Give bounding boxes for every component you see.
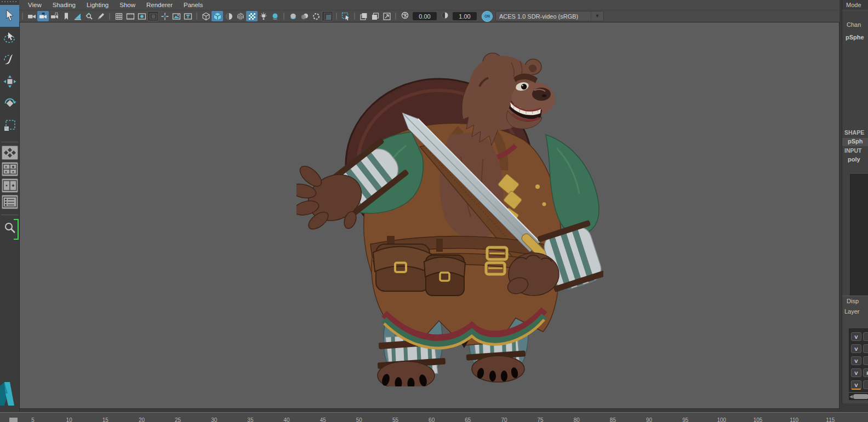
textured-button[interactable] [246, 11, 258, 21]
workspace-selector[interactable]: Mode [842, 0, 868, 10]
layer-visibility-toggle[interactable]: V [851, 368, 861, 377]
grease-pencil-button[interactable] [95, 11, 106, 21]
scale-tool-icon [3, 118, 17, 132]
channels-menu[interactable]: Chan [847, 21, 861, 28]
colorspace-label: ACES 1.0 SDR-video (sRGB) [496, 13, 591, 20]
inputs-heading: INPUT [844, 147, 862, 154]
layer-visibility-toggle[interactable]: V [851, 332, 861, 341]
smooth-shade-button[interactable] [212, 11, 223, 21]
layer-swatch[interactable] [863, 380, 868, 389]
layer-swatch[interactable] [863, 344, 868, 353]
layers-menu[interactable]: Layer [844, 308, 860, 315]
fit-view-button[interactable] [381, 11, 392, 21]
lasso-tool-icon [3, 31, 17, 45]
bookmark-button[interactable] [60, 11, 72, 21]
timeline-tick-label: 45 [320, 417, 326, 422]
menu-item-renderer[interactable]: Renderer [141, 0, 178, 10]
lasso-tool-button[interactable] [0, 27, 19, 49]
four-pane-layout-button[interactable] [2, 162, 18, 176]
input-item[interactable]: poly [848, 156, 860, 163]
two-pane-layout-icon [2, 180, 18, 192]
paint-selection-tool-button[interactable] [0, 49, 19, 71]
film-gate-icon [126, 12, 135, 21]
toolbar-separator [354, 13, 355, 20]
select-tool-icon [3, 9, 17, 23]
object-name-label[interactable]: pSphe [846, 34, 864, 41]
motion-blur-button[interactable] [299, 11, 310, 21]
color-management-toggle[interactable]: ON [482, 11, 493, 22]
wireframe-on-shaded-button[interactable] [235, 11, 246, 21]
select-tool-button[interactable] [0, 5, 19, 27]
lights-button[interactable] [258, 11, 269, 21]
toolbar-separator [109, 13, 110, 20]
textured-sphere-button[interactable] [223, 11, 235, 21]
time-slider[interactable]: 5101520253035404550556065707580859095100… [0, 412, 868, 422]
snapshot-back-button[interactable] [358, 11, 369, 21]
exposure-button[interactable] [399, 11, 410, 21]
camera-lock-button[interactable] [37, 11, 49, 21]
current-frame-marker[interactable] [9, 418, 18, 422]
layer-visibility-toggle[interactable]: V [851, 380, 861, 390]
resolution-gate-button[interactable] [136, 11, 147, 21]
wireframe-cube-button[interactable] [200, 11, 212, 21]
layer-scrollbar[interactable]: ◀ [849, 393, 868, 400]
scale-tool-button[interactable] [0, 114, 19, 136]
zoom-tool-button[interactable] [0, 218, 19, 239]
camera-icon [27, 12, 36, 21]
maya-application-window: ViewShadingLightingShowRendererPanels 0.… [0, 0, 868, 422]
isolate-select-button[interactable] [340, 11, 351, 21]
anti-alias-button[interactable] [310, 11, 322, 21]
field-chart-button[interactable] [159, 11, 170, 21]
colorspace-dropdown[interactable]: ACES 1.0 SDR-video (sRGB) ▼ [495, 11, 604, 21]
gamma-button[interactable] [439, 11, 450, 21]
move-tool-button[interactable] [0, 71, 19, 93]
menu-item-view[interactable]: View [22, 0, 47, 10]
exposure-field[interactable]: 0.00 [413, 12, 437, 20]
toolbox-grip-handle[interactable] [2, 1, 18, 4]
bear-character-model[interactable] [296, 47, 603, 386]
camera-button[interactable] [26, 11, 37, 21]
viewport-panel-top: ViewShadingLightingShowRendererPanels 0.… [19, 0, 840, 22]
two-pane-layout-button[interactable] [2, 178, 18, 193]
rotate-tool-button[interactable] [0, 93, 19, 114]
menu-item-show[interactable]: Show [114, 0, 141, 10]
toolbar-separator [283, 13, 284, 20]
layer-playback-toggle[interactable]: P [863, 368, 868, 377]
menu-item-panels[interactable]: Panels [178, 0, 208, 10]
layout-divider [1, 215, 18, 215]
timeline-tick-label: 70 [501, 417, 507, 422]
gamma-icon [441, 11, 449, 22]
wireframe-cube-icon [202, 12, 210, 21]
scroll-left-icon[interactable]: ◀ [849, 394, 853, 399]
shape-item[interactable]: pSph [848, 138, 863, 144]
menu-item-lighting[interactable]: Lighting [81, 0, 114, 10]
layer-swatch[interactable] [863, 332, 868, 341]
camera-gear-button[interactable] [49, 11, 60, 21]
gamma-field[interactable]: 1.00 [453, 12, 477, 20]
display-tab[interactable]: Disp [847, 298, 859, 304]
viewport[interactable] [19, 22, 840, 409]
pan-zoom-button[interactable] [83, 11, 95, 21]
safe-title-button[interactable] [182, 11, 193, 21]
layer-row: V [851, 356, 868, 365]
single-pane-layout-button[interactable] [2, 146, 18, 160]
toolbar-separator [336, 13, 337, 20]
timeline-tick-label: 85 [610, 417, 616, 422]
xray-button[interactable] [322, 11, 333, 21]
layer-visibility-toggle[interactable]: V [851, 344, 861, 353]
shadows-button[interactable] [269, 11, 281, 21]
grid-button[interactable] [113, 11, 124, 21]
safe-action-button[interactable] [170, 11, 182, 21]
scrollbar-thumb[interactable] [853, 394, 868, 399]
panel-toolbar: 0.00 1.00 ON ACES 1.0 SDR-video (sRGB) ▼ [19, 10, 840, 22]
outliner-pane-layout-button[interactable] [2, 195, 18, 209]
film-gate-button[interactable] [124, 11, 136, 21]
occlusion-button[interactable] [287, 11, 299, 21]
channel-box-panel: Mode Chan pSphe SHAPE pSph INPUT poly Di… [842, 0, 868, 403]
snapshot-front-button[interactable] [369, 11, 381, 21]
layer-swatch[interactable] [863, 356, 868, 365]
image-plane-button[interactable] [72, 11, 83, 21]
gate-mask-button[interactable] [147, 11, 159, 21]
layer-visibility-toggle[interactable]: V [851, 356, 861, 365]
menu-item-shading[interactable]: Shading [47, 0, 81, 10]
